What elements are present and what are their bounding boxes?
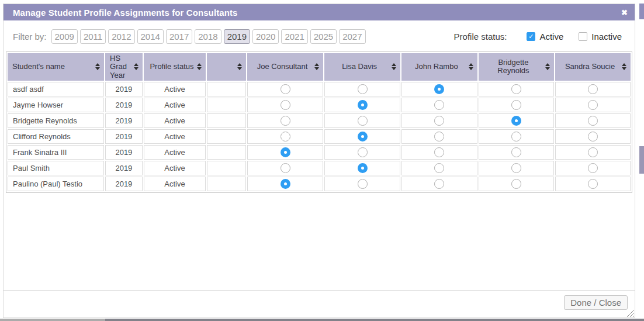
sort-icon[interactable] (95, 63, 100, 70)
radio-sandra-soucie[interactable] (588, 84, 598, 94)
close-icon[interactable]: ✖ (621, 9, 628, 16)
assignment-cell (324, 177, 400, 191)
radio-john-rambo[interactable] (434, 100, 444, 110)
column-header-profile-status[interactable]: Profile status (144, 53, 206, 81)
radio-bridgette-reynolds[interactable] (511, 179, 521, 189)
radio-lisa-davis[interactable] (358, 147, 368, 157)
sort-icon[interactable] (314, 63, 319, 70)
radio-selected-lisa-davis[interactable] (358, 163, 368, 173)
sort-icon[interactable] (237, 63, 242, 70)
assignment-cell (247, 145, 324, 160)
column-header-lisa-davis[interactable]: Lisa Davis (324, 53, 400, 81)
column-header-joe-consultant[interactable]: Joe Consultant (247, 53, 324, 81)
radio-john-rambo[interactable] (434, 132, 444, 141)
radio-john-rambo[interactable] (434, 179, 444, 189)
radio-lisa-davis[interactable] (358, 116, 368, 126)
table-body: asdf asdf2019ActiveJayme Howser2019Activ… (8, 82, 631, 191)
student-name-cell: asdf asdf (8, 82, 104, 96)
radio-selected-lisa-davis[interactable] (358, 132, 368, 141)
sort-icon[interactable] (469, 63, 473, 70)
year-filter-2018[interactable]: 2018 (195, 29, 221, 44)
radio-sandra-soucie[interactable] (588, 116, 598, 126)
status-option-inactive[interactable]: Inactive (579, 32, 622, 42)
profile-status-cell: Active (144, 82, 206, 96)
sort-icon[interactable] (545, 63, 550, 70)
assignment-cell (401, 98, 477, 112)
column-header-john-rambo[interactable]: John Rambo (401, 53, 477, 81)
radio-joe-consultant[interactable] (281, 116, 290, 126)
radio-selected-john-rambo[interactable] (434, 84, 444, 94)
radio-selected-lisa-davis[interactable] (358, 100, 368, 110)
status-option-active[interactable]: ✓Active (527, 32, 563, 42)
radio-lisa-davis[interactable] (358, 179, 368, 189)
sort-icon[interactable] (392, 63, 396, 70)
assignment-cell (247, 177, 324, 191)
radio-joe-consultant[interactable] (281, 84, 290, 94)
year-filter-2020[interactable]: 2020 (252, 29, 279, 44)
assignment-cell (555, 113, 631, 128)
radio-joe-consultant[interactable] (281, 163, 290, 173)
column-header-bridgette-reynolds[interactable]: Bridgette Reynolds (479, 53, 554, 81)
checkbox-unchecked-icon[interactable] (579, 32, 587, 41)
assignment-cell (555, 145, 631, 160)
year-filter-2027[interactable]: 2027 (339, 29, 365, 44)
year-filter-2025[interactable]: 2025 (310, 29, 337, 44)
radio-selected-joe-consultant[interactable] (281, 179, 290, 189)
checkbox-checked-icon[interactable]: ✓ (527, 32, 535, 41)
student-name-cell: Clifford Reynolds (8, 129, 104, 144)
assignment-cell (247, 113, 324, 128)
year-filter-2011[interactable]: 2011 (80, 29, 106, 44)
radio-bridgette-reynolds[interactable] (511, 100, 521, 110)
table-row: Paulino (Paul) Testio2019Active (8, 177, 631, 191)
column-header-sandra-soucie[interactable]: Sandra Soucie (555, 53, 631, 81)
page-scrollbar-thumb[interactable] (639, 146, 644, 174)
sort-icon[interactable] (197, 63, 202, 70)
assignment-cell (324, 98, 400, 112)
assignment-cell (479, 161, 554, 175)
radio-bridgette-reynolds[interactable] (511, 147, 521, 157)
radio-joe-consultant[interactable] (281, 132, 290, 141)
radio-sandra-soucie[interactable] (588, 100, 598, 110)
assignment-cell (247, 161, 324, 175)
radio-john-rambo[interactable] (434, 163, 444, 173)
year-filter-2021[interactable]: 2021 (281, 29, 307, 44)
radio-sandra-soucie[interactable] (588, 163, 598, 173)
column-header-student-s-name[interactable]: Student's name (8, 53, 104, 81)
radio-john-rambo[interactable] (434, 116, 444, 126)
radio-selected-bridgette-reynolds[interactable] (511, 116, 521, 126)
year-filter-2017[interactable]: 2017 (166, 29, 192, 44)
grad-year-cell: 2019 (105, 177, 143, 191)
profile-status-cell: Active (144, 129, 206, 144)
radio-joe-consultant[interactable] (281, 100, 290, 110)
year-filter-2019[interactable]: 2019 (224, 29, 250, 44)
radio-sandra-soucie[interactable] (588, 132, 598, 141)
assignments-table-wrap: Student's nameHS Grad YearProfile status… (4, 44, 635, 193)
grad-year-cell: 2019 (105, 113, 143, 128)
sort-icon[interactable] (622, 63, 626, 70)
page-scrollbar-top (639, 4, 644, 19)
radio-sandra-soucie[interactable] (588, 147, 598, 157)
radio-bridgette-reynolds[interactable] (511, 84, 521, 94)
radio-bridgette-reynolds[interactable] (511, 163, 521, 173)
sort-icon[interactable] (134, 63, 139, 70)
year-filter-2009[interactable]: 2009 (51, 29, 78, 44)
year-filter-2012[interactable]: 2012 (108, 29, 134, 44)
dialog-titlebar: Manage Student Profile Assignments for C… (4, 4, 635, 20)
radio-bridgette-reynolds[interactable] (511, 132, 521, 141)
column-header-label: Bridgette Reynolds (483, 58, 543, 75)
radio-sandra-soucie[interactable] (588, 179, 598, 189)
column-header-blank[interactable] (207, 53, 246, 81)
manage-assignments-dialog: Manage Student Profile Assignments for C… (3, 4, 635, 318)
radio-selected-joe-consultant[interactable] (281, 147, 290, 157)
assignment-cell (401, 145, 477, 160)
assignment-cell (479, 145, 554, 160)
radio-john-rambo[interactable] (434, 147, 444, 157)
assignment-cell (479, 98, 554, 112)
radio-lisa-davis[interactable] (358, 84, 368, 94)
column-header-hs-grad-year[interactable]: HS Grad Year (105, 53, 143, 81)
student-name-cell: Paulino (Paul) Testio (8, 177, 104, 191)
profile-status-cell: Active (144, 145, 206, 160)
done-close-button[interactable]: Done / Close (564, 295, 628, 310)
year-filter-2014[interactable]: 2014 (137, 29, 164, 44)
student-name-cell: Frank Sinatra III (8, 145, 104, 160)
